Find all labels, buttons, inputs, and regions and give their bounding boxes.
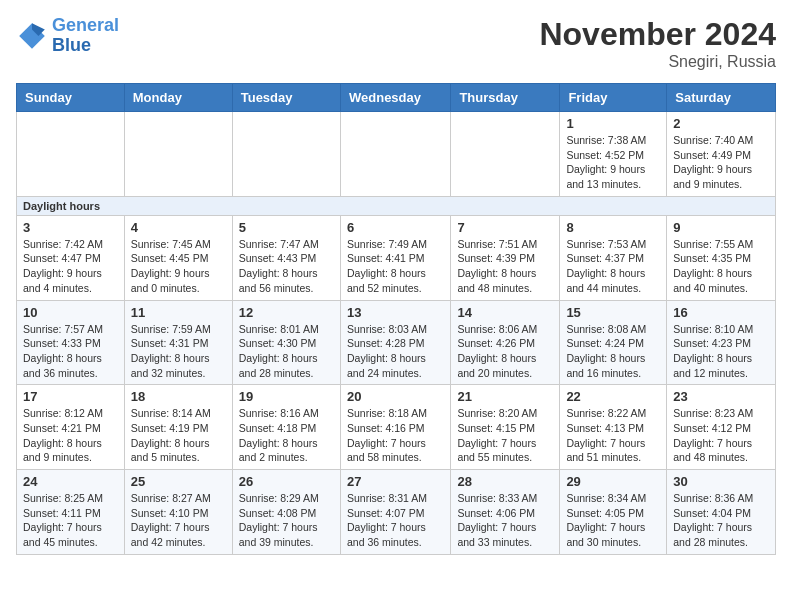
location: Snegiri, Russia [539, 53, 776, 71]
day-info: Sunrise: 8:06 AM Sunset: 4:26 PM Dayligh… [457, 322, 553, 381]
day-info: Sunrise: 8:01 AM Sunset: 4:30 PM Dayligh… [239, 322, 334, 381]
calendar-week-4: 17Sunrise: 8:12 AM Sunset: 4:21 PM Dayli… [17, 385, 776, 470]
day-info: Sunrise: 7:47 AM Sunset: 4:43 PM Dayligh… [239, 237, 334, 296]
day-info: Sunrise: 8:33 AM Sunset: 4:06 PM Dayligh… [457, 491, 553, 550]
day-number: 14 [457, 305, 553, 320]
calendar-cell: 29Sunrise: 8:34 AM Sunset: 4:05 PM Dayli… [560, 470, 667, 555]
logo: General Blue [16, 16, 119, 56]
day-number: 8 [566, 220, 660, 235]
calendar-cell: 9Sunrise: 7:55 AM Sunset: 4:35 PM Daylig… [667, 215, 776, 300]
day-info: Sunrise: 8:36 AM Sunset: 4:04 PM Dayligh… [673, 491, 769, 550]
calendar-header-tuesday: Tuesday [232, 84, 340, 112]
day-info: Sunrise: 7:42 AM Sunset: 4:47 PM Dayligh… [23, 237, 118, 296]
daylight-label: Daylight hours [23, 200, 100, 212]
day-info: Sunrise: 8:20 AM Sunset: 4:15 PM Dayligh… [457, 406, 553, 465]
calendar-header-thursday: Thursday [451, 84, 560, 112]
day-number: 27 [347, 474, 444, 489]
daylight-cell: Daylight hours [17, 196, 776, 215]
calendar-cell: 19Sunrise: 8:16 AM Sunset: 4:18 PM Dayli… [232, 385, 340, 470]
calendar-cell: 2Sunrise: 7:40 AM Sunset: 4:49 PM Daylig… [667, 112, 776, 197]
day-info: Sunrise: 8:16 AM Sunset: 4:18 PM Dayligh… [239, 406, 334, 465]
day-info: Sunrise: 8:29 AM Sunset: 4:08 PM Dayligh… [239, 491, 334, 550]
calendar-cell: 11Sunrise: 7:59 AM Sunset: 4:31 PM Dayli… [124, 300, 232, 385]
calendar-header-wednesday: Wednesday [340, 84, 450, 112]
day-number: 16 [673, 305, 769, 320]
day-number: 28 [457, 474, 553, 489]
logo-icon [16, 20, 48, 52]
day-number: 24 [23, 474, 118, 489]
daylight-row: Daylight hours [17, 196, 776, 215]
day-info: Sunrise: 7:53 AM Sunset: 4:37 PM Dayligh… [566, 237, 660, 296]
calendar-cell [124, 112, 232, 197]
calendar-cell [340, 112, 450, 197]
calendar-header-sunday: Sunday [17, 84, 125, 112]
calendar-cell: 12Sunrise: 8:01 AM Sunset: 4:30 PM Dayli… [232, 300, 340, 385]
calendar-cell: 16Sunrise: 8:10 AM Sunset: 4:23 PM Dayli… [667, 300, 776, 385]
calendar-cell: 25Sunrise: 8:27 AM Sunset: 4:10 PM Dayli… [124, 470, 232, 555]
calendar-cell: 13Sunrise: 8:03 AM Sunset: 4:28 PM Dayli… [340, 300, 450, 385]
calendar-cell [17, 112, 125, 197]
month-title: November 2024 [539, 16, 776, 53]
day-number: 3 [23, 220, 118, 235]
day-info: Sunrise: 8:22 AM Sunset: 4:13 PM Dayligh… [566, 406, 660, 465]
calendar-cell: 1Sunrise: 7:38 AM Sunset: 4:52 PM Daylig… [560, 112, 667, 197]
day-number: 2 [673, 116, 769, 131]
calendar-week-3: 10Sunrise: 7:57 AM Sunset: 4:33 PM Dayli… [17, 300, 776, 385]
calendar-cell: 14Sunrise: 8:06 AM Sunset: 4:26 PM Dayli… [451, 300, 560, 385]
calendar-cell: 8Sunrise: 7:53 AM Sunset: 4:37 PM Daylig… [560, 215, 667, 300]
calendar-header-friday: Friday [560, 84, 667, 112]
calendar-cell [451, 112, 560, 197]
day-info: Sunrise: 7:59 AM Sunset: 4:31 PM Dayligh… [131, 322, 226, 381]
calendar-week-5: 24Sunrise: 8:25 AM Sunset: 4:11 PM Dayli… [17, 470, 776, 555]
calendar-cell: 22Sunrise: 8:22 AM Sunset: 4:13 PM Dayli… [560, 385, 667, 470]
title-area: November 2024 Snegiri, Russia [539, 16, 776, 71]
day-number: 12 [239, 305, 334, 320]
day-number: 4 [131, 220, 226, 235]
day-number: 22 [566, 389, 660, 404]
calendar-header-monday: Monday [124, 84, 232, 112]
day-info: Sunrise: 8:25 AM Sunset: 4:11 PM Dayligh… [23, 491, 118, 550]
day-number: 30 [673, 474, 769, 489]
calendar-cell: 30Sunrise: 8:36 AM Sunset: 4:04 PM Dayli… [667, 470, 776, 555]
day-info: Sunrise: 7:55 AM Sunset: 4:35 PM Dayligh… [673, 237, 769, 296]
calendar-cell: 17Sunrise: 8:12 AM Sunset: 4:21 PM Dayli… [17, 385, 125, 470]
calendar-cell: 4Sunrise: 7:45 AM Sunset: 4:45 PM Daylig… [124, 215, 232, 300]
calendar-cell: 6Sunrise: 7:49 AM Sunset: 4:41 PM Daylig… [340, 215, 450, 300]
calendar-cell: 10Sunrise: 7:57 AM Sunset: 4:33 PM Dayli… [17, 300, 125, 385]
day-number: 25 [131, 474, 226, 489]
day-number: 17 [23, 389, 118, 404]
calendar-cell: 21Sunrise: 8:20 AM Sunset: 4:15 PM Dayli… [451, 385, 560, 470]
calendar-cell: 3Sunrise: 7:42 AM Sunset: 4:47 PM Daylig… [17, 215, 125, 300]
day-info: Sunrise: 8:10 AM Sunset: 4:23 PM Dayligh… [673, 322, 769, 381]
calendar-cell: 5Sunrise: 7:47 AM Sunset: 4:43 PM Daylig… [232, 215, 340, 300]
calendar-cell: 23Sunrise: 8:23 AM Sunset: 4:12 PM Dayli… [667, 385, 776, 470]
calendar-cell [232, 112, 340, 197]
day-number: 1 [566, 116, 660, 131]
header: General Blue November 2024 Snegiri, Russ… [16, 16, 776, 71]
day-info: Sunrise: 8:14 AM Sunset: 4:19 PM Dayligh… [131, 406, 226, 465]
day-number: 21 [457, 389, 553, 404]
day-info: Sunrise: 8:31 AM Sunset: 4:07 PM Dayligh… [347, 491, 444, 550]
day-number: 11 [131, 305, 226, 320]
day-number: 15 [566, 305, 660, 320]
day-info: Sunrise: 8:03 AM Sunset: 4:28 PM Dayligh… [347, 322, 444, 381]
day-info: Sunrise: 7:38 AM Sunset: 4:52 PM Dayligh… [566, 133, 660, 192]
day-number: 6 [347, 220, 444, 235]
day-number: 29 [566, 474, 660, 489]
day-info: Sunrise: 7:45 AM Sunset: 4:45 PM Dayligh… [131, 237, 226, 296]
day-info: Sunrise: 7:49 AM Sunset: 4:41 PM Dayligh… [347, 237, 444, 296]
calendar-cell: 28Sunrise: 8:33 AM Sunset: 4:06 PM Dayli… [451, 470, 560, 555]
calendar-cell: 18Sunrise: 8:14 AM Sunset: 4:19 PM Dayli… [124, 385, 232, 470]
day-number: 26 [239, 474, 334, 489]
calendar-header-row: SundayMondayTuesdayWednesdayThursdayFrid… [17, 84, 776, 112]
day-number: 5 [239, 220, 334, 235]
calendar-cell: 15Sunrise: 8:08 AM Sunset: 4:24 PM Dayli… [560, 300, 667, 385]
day-number: 20 [347, 389, 444, 404]
day-info: Sunrise: 8:08 AM Sunset: 4:24 PM Dayligh… [566, 322, 660, 381]
day-number: 23 [673, 389, 769, 404]
day-info: Sunrise: 8:34 AM Sunset: 4:05 PM Dayligh… [566, 491, 660, 550]
logo-text: General Blue [52, 16, 119, 56]
day-info: Sunrise: 8:12 AM Sunset: 4:21 PM Dayligh… [23, 406, 118, 465]
day-number: 19 [239, 389, 334, 404]
calendar-week-1: 1Sunrise: 7:38 AM Sunset: 4:52 PM Daylig… [17, 112, 776, 197]
